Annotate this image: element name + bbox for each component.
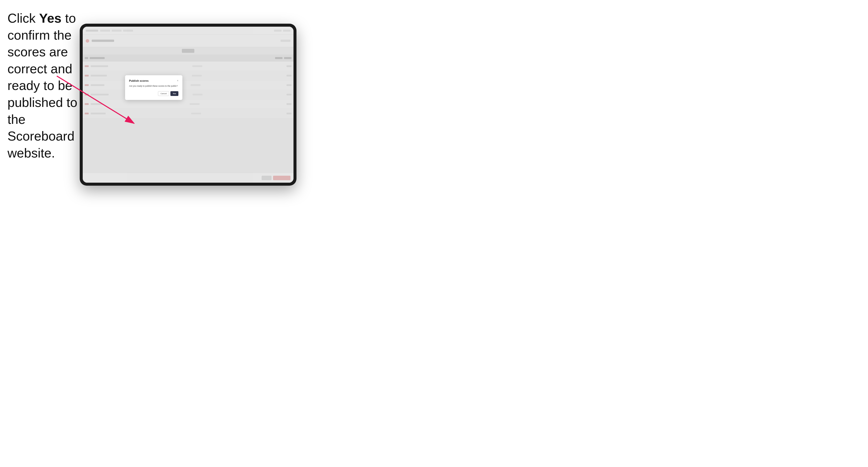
- modal-overlay: Publish scores × Are you ready to publis…: [83, 27, 293, 183]
- modal-footer: Cancel Yes: [129, 91, 178, 96]
- modal-title-row: Publish scores ×: [129, 79, 178, 82]
- instruction-text: Click Yes to confirm the scores are corr…: [7, 10, 80, 161]
- tablet-device: Publish scores × Are you ready to publis…: [80, 24, 297, 186]
- modal-body-text: Are you ready to publish these scores to…: [129, 85, 178, 88]
- cancel-button[interactable]: Cancel: [158, 91, 169, 96]
- publish-scores-dialog: Publish scores × Are you ready to publis…: [125, 75, 182, 100]
- tablet-screen: Publish scores × Are you ready to publis…: [83, 27, 293, 183]
- yes-button[interactable]: Yes: [170, 91, 178, 96]
- modal-title: Publish scores: [129, 79, 149, 82]
- bold-yes: Yes: [39, 11, 62, 25]
- close-icon[interactable]: ×: [177, 80, 178, 82]
